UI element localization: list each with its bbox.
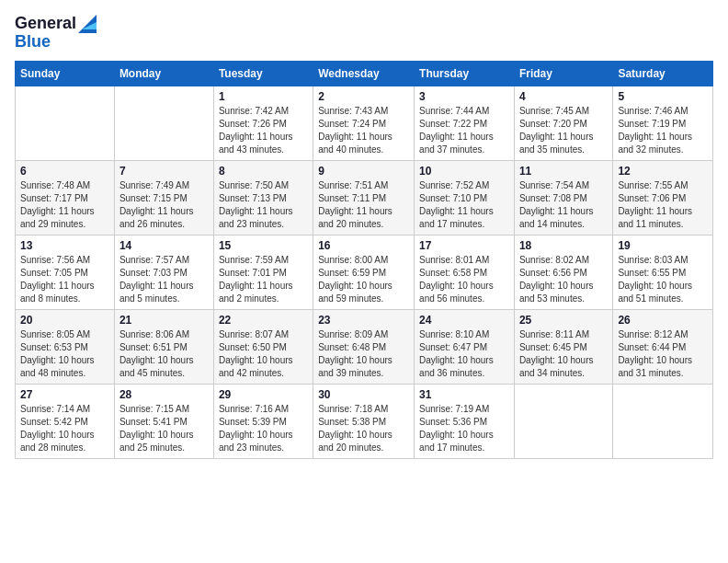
day-cell xyxy=(114,86,213,160)
day-cell: 26Sunrise: 8:12 AMSunset: 6:44 PMDayligh… xyxy=(613,309,713,384)
day-number: 15 xyxy=(219,239,308,252)
day-cell: 6Sunrise: 7:48 AMSunset: 7:17 PMDaylight… xyxy=(16,160,115,235)
day-info: Sunrise: 7:55 AMSunset: 7:06 PMDaylight:… xyxy=(618,179,708,231)
day-number: 11 xyxy=(519,165,608,178)
day-number: 2 xyxy=(318,90,409,103)
day-cell: 25Sunrise: 8:11 AMSunset: 6:45 PMDayligh… xyxy=(514,309,612,384)
day-cell: 16Sunrise: 8:00 AMSunset: 6:59 PMDayligh… xyxy=(313,235,415,309)
day-cell: 27Sunrise: 7:14 AMSunset: 5:42 PMDayligh… xyxy=(16,384,115,458)
page-header: General Blue xyxy=(15,15,713,52)
day-info: Sunrise: 7:57 AMSunset: 7:03 PMDaylight:… xyxy=(119,254,209,305)
day-number: 7 xyxy=(119,165,209,178)
day-info: Sunrise: 7:44 AMSunset: 7:22 PMDaylight:… xyxy=(419,105,509,156)
day-info: Sunrise: 7:45 AMSunset: 7:20 PMDaylight:… xyxy=(519,105,608,156)
col-header-wednesday: Wednesday xyxy=(313,61,415,86)
day-number: 6 xyxy=(20,165,109,178)
header-row: SundayMondayTuesdayWednesdayThursdayFrid… xyxy=(16,61,713,86)
day-cell: 15Sunrise: 7:59 AMSunset: 7:01 PMDayligh… xyxy=(213,235,313,309)
day-info: Sunrise: 8:10 AMSunset: 6:47 PMDaylight:… xyxy=(419,328,509,380)
day-info: Sunrise: 8:06 AMSunset: 6:51 PMDaylight:… xyxy=(119,328,209,380)
day-cell: 4Sunrise: 7:45 AMSunset: 7:20 PMDaylight… xyxy=(514,86,612,160)
logo-blue: Blue xyxy=(15,33,51,52)
day-cell: 30Sunrise: 7:18 AMSunset: 5:38 PMDayligh… xyxy=(313,384,415,458)
week-row-4: 20Sunrise: 8:05 AMSunset: 6:53 PMDayligh… xyxy=(16,309,713,384)
day-cell: 23Sunrise: 8:09 AMSunset: 6:48 PMDayligh… xyxy=(313,309,415,384)
day-cell: 8Sunrise: 7:50 AMSunset: 7:13 PMDaylight… xyxy=(213,160,313,235)
day-cell: 14Sunrise: 7:57 AMSunset: 7:03 PMDayligh… xyxy=(114,235,213,309)
day-number: 27 xyxy=(20,388,109,401)
day-cell: 2Sunrise: 7:43 AMSunset: 7:24 PMDaylight… xyxy=(313,86,415,160)
day-info: Sunrise: 8:11 AMSunset: 6:45 PMDaylight:… xyxy=(519,328,608,380)
day-info: Sunrise: 8:03 AMSunset: 6:55 PMDaylight:… xyxy=(618,254,708,305)
day-info: Sunrise: 8:02 AMSunset: 6:56 PMDaylight:… xyxy=(519,254,608,305)
day-info: Sunrise: 7:50 AMSunset: 7:13 PMDaylight:… xyxy=(219,179,308,231)
day-number: 14 xyxy=(119,239,209,252)
day-cell: 19Sunrise: 8:03 AMSunset: 6:55 PMDayligh… xyxy=(613,235,713,309)
day-info: Sunrise: 7:15 AMSunset: 5:41 PMDaylight:… xyxy=(119,403,209,454)
day-info: Sunrise: 7:43 AMSunset: 7:24 PMDaylight:… xyxy=(318,105,409,156)
day-number: 1 xyxy=(219,90,308,103)
day-number: 20 xyxy=(20,314,109,327)
col-header-saturday: Saturday xyxy=(613,61,713,86)
day-number: 9 xyxy=(318,165,409,178)
day-number: 24 xyxy=(419,314,509,327)
day-info: Sunrise: 7:51 AMSunset: 7:11 PMDaylight:… xyxy=(318,179,409,231)
day-cell: 3Sunrise: 7:44 AMSunset: 7:22 PMDaylight… xyxy=(415,86,515,160)
day-cell: 7Sunrise: 7:49 AMSunset: 7:15 PMDaylight… xyxy=(114,160,213,235)
day-number: 31 xyxy=(419,388,509,401)
day-cell: 31Sunrise: 7:19 AMSunset: 5:36 PMDayligh… xyxy=(415,384,515,458)
day-info: Sunrise: 7:42 AMSunset: 7:26 PMDaylight:… xyxy=(219,105,308,156)
day-cell xyxy=(16,86,115,160)
day-number: 5 xyxy=(618,90,708,103)
day-number: 8 xyxy=(219,165,308,178)
logo-arrow-icon xyxy=(78,15,97,33)
logo: General Blue xyxy=(15,15,97,52)
day-info: Sunrise: 7:49 AMSunset: 7:15 PMDaylight:… xyxy=(119,179,209,231)
day-number: 22 xyxy=(219,314,308,327)
week-row-1: 1Sunrise: 7:42 AMSunset: 7:26 PMDaylight… xyxy=(16,86,713,160)
col-header-monday: Monday xyxy=(114,61,213,86)
day-number: 12 xyxy=(618,165,708,178)
day-number: 28 xyxy=(119,388,209,401)
col-header-friday: Friday xyxy=(514,61,612,86)
day-number: 17 xyxy=(419,239,509,252)
week-row-5: 27Sunrise: 7:14 AMSunset: 5:42 PMDayligh… xyxy=(16,384,713,458)
day-number: 16 xyxy=(318,239,409,252)
day-info: Sunrise: 8:05 AMSunset: 6:53 PMDaylight:… xyxy=(20,328,109,380)
day-cell: 20Sunrise: 8:05 AMSunset: 6:53 PMDayligh… xyxy=(16,309,115,384)
col-header-thursday: Thursday xyxy=(415,61,515,86)
day-cell: 9Sunrise: 7:51 AMSunset: 7:11 PMDaylight… xyxy=(313,160,415,235)
day-info: Sunrise: 8:12 AMSunset: 6:44 PMDaylight:… xyxy=(618,328,708,380)
day-number: 25 xyxy=(519,314,608,327)
logo-general: General xyxy=(15,15,76,33)
day-info: Sunrise: 7:52 AMSunset: 7:10 PMDaylight:… xyxy=(419,179,509,231)
day-info: Sunrise: 7:48 AMSunset: 7:17 PMDaylight:… xyxy=(20,179,109,231)
day-number: 13 xyxy=(20,239,109,252)
day-number: 30 xyxy=(318,388,409,401)
day-info: Sunrise: 7:56 AMSunset: 7:05 PMDaylight:… xyxy=(20,254,109,305)
day-number: 3 xyxy=(419,90,509,103)
calendar-table: SundayMondayTuesdayWednesdayThursdayFrid… xyxy=(15,61,713,459)
day-cell: 22Sunrise: 8:07 AMSunset: 6:50 PMDayligh… xyxy=(213,309,313,384)
day-info: Sunrise: 7:14 AMSunset: 5:42 PMDaylight:… xyxy=(20,403,109,454)
week-row-2: 6Sunrise: 7:48 AMSunset: 7:17 PMDaylight… xyxy=(16,160,713,235)
day-cell: 29Sunrise: 7:16 AMSunset: 5:39 PMDayligh… xyxy=(213,384,313,458)
day-info: Sunrise: 8:00 AMSunset: 6:59 PMDaylight:… xyxy=(318,254,409,305)
day-number: 4 xyxy=(519,90,608,103)
day-info: Sunrise: 8:01 AMSunset: 6:58 PMDaylight:… xyxy=(419,254,509,305)
day-info: Sunrise: 7:16 AMSunset: 5:39 PMDaylight:… xyxy=(219,403,308,454)
day-cell: 10Sunrise: 7:52 AMSunset: 7:10 PMDayligh… xyxy=(415,160,515,235)
day-info: Sunrise: 8:07 AMSunset: 6:50 PMDaylight:… xyxy=(219,328,308,380)
day-info: Sunrise: 7:18 AMSunset: 5:38 PMDaylight:… xyxy=(318,403,409,454)
day-cell: 12Sunrise: 7:55 AMSunset: 7:06 PMDayligh… xyxy=(613,160,713,235)
day-cell xyxy=(514,384,612,458)
day-cell: 24Sunrise: 8:10 AMSunset: 6:47 PMDayligh… xyxy=(415,309,515,384)
day-cell: 21Sunrise: 8:06 AMSunset: 6:51 PMDayligh… xyxy=(114,309,213,384)
day-info: Sunrise: 7:54 AMSunset: 7:08 PMDaylight:… xyxy=(519,179,608,231)
day-cell: 11Sunrise: 7:54 AMSunset: 7:08 PMDayligh… xyxy=(514,160,612,235)
day-info: Sunrise: 7:59 AMSunset: 7:01 PMDaylight:… xyxy=(219,254,308,305)
day-number: 19 xyxy=(618,239,708,252)
day-info: Sunrise: 7:46 AMSunset: 7:19 PMDaylight:… xyxy=(618,105,708,156)
week-row-3: 13Sunrise: 7:56 AMSunset: 7:05 PMDayligh… xyxy=(16,235,713,309)
day-cell: 17Sunrise: 8:01 AMSunset: 6:58 PMDayligh… xyxy=(415,235,515,309)
